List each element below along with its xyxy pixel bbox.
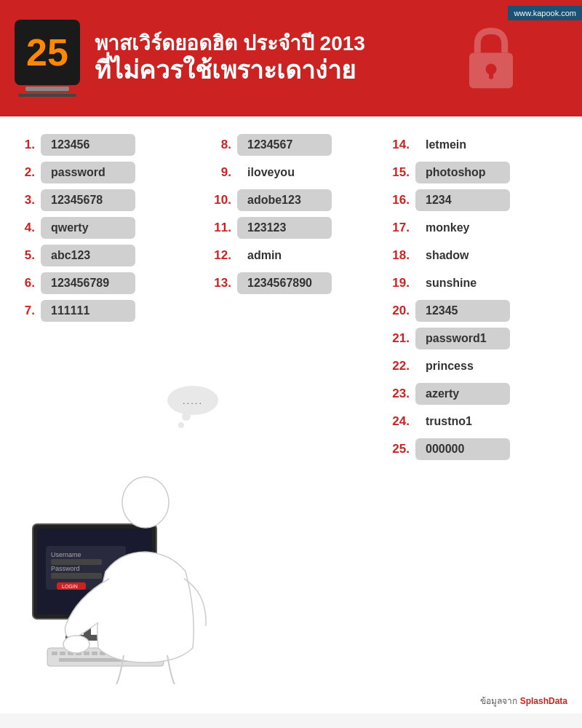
svg-rect-17 — [52, 652, 57, 655]
password-item: 24.trustno1 — [389, 408, 557, 435]
password-number: 23. — [389, 387, 410, 401]
password-value: adobe123 — [237, 189, 332, 211]
password-number: 10. — [211, 193, 231, 207]
password-value: password — [41, 162, 135, 183]
password-item: 6.123456789 — [15, 269, 204, 297]
password-item: 5.abc123 — [15, 242, 204, 269]
password-value: princess — [415, 355, 510, 377]
thought-bubble: ..... — [167, 386, 218, 415]
password-number: 4. — [15, 221, 35, 235]
column-3: 14.letmein15.photoshop16.123417.monkey18… — [389, 131, 557, 699]
badge-number: 25 — [26, 33, 68, 71]
password-item: 13.1234567890 — [211, 269, 378, 297]
password-value: photoshop — [415, 162, 510, 183]
header-text: พาสเวิร์ดยอดฮิต ประจำปี 2013 ที่ไม่ควรใช… — [95, 31, 365, 85]
password-number: 19. — [389, 276, 410, 290]
content-area: 1.1234562.password3.123456784.qwerty5.ab… — [0, 116, 582, 713]
password-value: 123123 — [237, 217, 332, 239]
password-value: 123456 — [41, 134, 135, 156]
password-number: 22. — [389, 359, 410, 373]
password-item: 10.adobe123 — [211, 186, 378, 214]
title-line1: พาสเวิร์ดยอดฮิต ประจำปี 2013 — [95, 31, 365, 56]
password-item: 4.qwerty — [15, 214, 204, 242]
password-number: 14. — [389, 138, 410, 152]
password-number: 24. — [389, 414, 410, 429]
password-number: 7. — [15, 304, 35, 318]
password-item: 18.shadow — [389, 242, 557, 269]
password-item: 8.1234567 — [211, 131, 378, 159]
svg-rect-9 — [51, 559, 102, 565]
password-value: 1234567 — [237, 134, 332, 156]
password-value: 12345678 — [41, 189, 135, 211]
password-item: 9.iloveyou — [211, 159, 378, 186]
password-value: azerty — [415, 383, 510, 405]
password-value: admin — [237, 245, 332, 266]
number-badge: 25 — [15, 20, 80, 85]
password-number: 17. — [389, 221, 410, 235]
password-item: 11.123123 — [211, 214, 378, 242]
password-value: 000000 — [415, 438, 510, 460]
svg-rect-21 — [84, 652, 89, 655]
svg-point-28 — [122, 477, 169, 528]
svg-text:Password: Password — [51, 565, 80, 572]
password-item: 12.admin — [211, 242, 378, 269]
password-number: 20. — [389, 304, 410, 318]
svg-rect-11 — [51, 573, 102, 579]
password-number: 13. — [211, 276, 231, 290]
password-item: 3.12345678 — [15, 186, 204, 214]
password-number: 11. — [211, 221, 231, 235]
password-item: 21.password1 — [389, 325, 557, 352]
footer-source: SplashData — [520, 696, 567, 706]
password-number: 3. — [15, 193, 35, 207]
password-item: 16.1234 — [389, 186, 557, 214]
password-value: password1 — [415, 328, 510, 349]
password-number: 15. — [389, 165, 410, 180]
svg-rect-18 — [60, 652, 65, 655]
password-item: 2.password — [15, 159, 204, 186]
password-value: qwerty — [41, 217, 135, 239]
password-item: 22.princess — [389, 352, 557, 380]
password-value: 12345 — [415, 300, 510, 322]
password-number: 5. — [15, 248, 35, 263]
password-value: letmein — [415, 134, 510, 156]
password-number: 16. — [389, 193, 410, 207]
password-number: 2. — [15, 165, 35, 180]
password-number: 9. — [211, 165, 231, 180]
password-value: monkey — [415, 217, 510, 239]
svg-rect-22 — [92, 652, 97, 655]
password-number: 21. — [389, 331, 410, 346]
footer-prefix: ข้อมูลจาก — [480, 696, 517, 706]
password-value: shadow — [415, 245, 510, 266]
password-number: 25. — [389, 442, 410, 456]
password-item: 23.azerty — [389, 380, 557, 408]
password-value: 111111 — [41, 300, 135, 322]
password-value: sunshine — [415, 272, 510, 294]
password-item: 17.monkey — [389, 214, 557, 242]
password-value: iloveyou — [237, 162, 332, 183]
illustration: Username Password LOGIN — [11, 437, 236, 684]
svg-point-29 — [63, 636, 89, 653]
watermark: www.kapook.com — [508, 6, 582, 20]
monitor-base — [18, 94, 76, 97]
password-value: 1234567890 — [237, 272, 332, 294]
password-number: 1. — [15, 138, 35, 152]
password-item: 15.photoshop — [389, 159, 557, 186]
svg-text:Username: Username — [51, 551, 81, 558]
password-item: 19.sunshine — [389, 269, 557, 297]
header: www.kapook.com 25 พาสเวิร์ดยอดฮิต ประจำป… — [0, 0, 582, 116]
lock-icon — [458, 25, 524, 91]
password-item: 14.letmein — [389, 131, 557, 159]
password-number: 6. — [15, 276, 35, 290]
password-item: 20.12345 — [389, 297, 557, 325]
title-line2: ที่ไม่ควรใช้เพราะเดาง่าย — [95, 55, 365, 85]
password-value: 1234 — [415, 189, 510, 211]
footer: ข้อมูลจาก SplashData — [480, 694, 567, 708]
password-value: abc123 — [41, 245, 135, 266]
password-value: trustno1 — [415, 411, 510, 432]
svg-text:LOGIN: LOGIN — [62, 584, 78, 589]
password-value: 123456789 — [41, 272, 135, 294]
password-item: 7.111111 — [15, 297, 204, 325]
svg-rect-2 — [489, 69, 493, 79]
password-number: 18. — [389, 248, 410, 263]
password-item: 1.123456 — [15, 131, 204, 159]
